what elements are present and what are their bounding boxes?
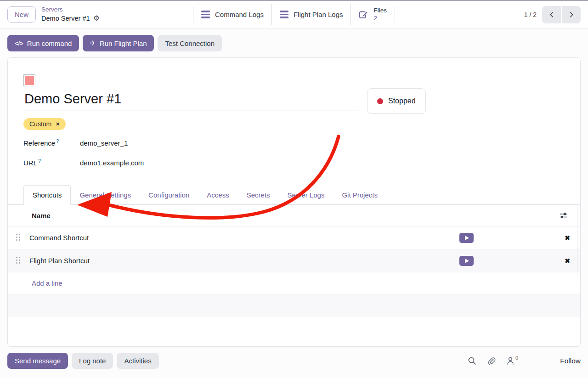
url-value[interactable]: demo1.example.com — [80, 159, 144, 167]
files-count: 2 — [373, 15, 387, 22]
record-sheet: Demo Server #1 Custom ✕ Reference? demo_… — [7, 57, 581, 347]
breadcrumb-servers[interactable]: Servers — [41, 6, 100, 14]
log-note-button[interactable]: Log note — [72, 353, 113, 369]
table-row: Flight Plan Shortcut ✖ — [8, 249, 580, 272]
stat-button-group: Command Logs Flight Plan Logs Files 2 — [193, 4, 395, 25]
shortcuts-table: Name Command Shortcut ✖ Fli — [8, 205, 580, 316]
test-connection-button[interactable]: Test Connection — [158, 35, 222, 51]
breadcrumb-current: Demo Server #1 — [41, 14, 90, 23]
tab-bar: Shortcuts General Settings Configuration… — [8, 184, 580, 205]
pager-previous-button[interactable] — [542, 6, 561, 23]
delete-row-icon[interactable]: ✖ — [564, 234, 571, 242]
help-icon: ? — [56, 138, 59, 144]
tag-custom[interactable]: Custom ✕ — [23, 118, 66, 130]
pager-counter: 1 / 2 — [524, 11, 537, 18]
action-buttons: </> Run command ✈ Run Flight Plan Test C… — [7, 35, 581, 51]
list-icon — [280, 11, 288, 18]
record-title-input[interactable]: Demo Server #1 — [23, 90, 359, 111]
search-icon — [468, 356, 476, 365]
plane-icon: ✈ — [90, 39, 96, 47]
send-message-button[interactable]: Send message — [7, 353, 68, 369]
tab-server-logs[interactable]: Server Logs — [279, 186, 334, 204]
paperclip-icon — [487, 356, 496, 365]
files-button[interactable]: Files 2 — [351, 4, 395, 24]
breadcrumb: Servers Demo Server #1 ⚙ — [41, 6, 100, 23]
table-header: Name — [8, 205, 580, 226]
optional-columns-icon[interactable] — [560, 212, 567, 220]
status-badge: Stopped — [367, 88, 426, 114]
play-icon — [465, 236, 469, 240]
empty-table-row — [8, 294, 580, 316]
person-icon — [506, 356, 515, 365]
edit-square-icon — [359, 10, 368, 19]
follower-count: 0 — [515, 355, 518, 361]
shortcut-name-cell[interactable]: Command Shortcut — [29, 234, 459, 242]
run-command-button[interactable]: </> Run command — [7, 35, 79, 51]
follow-button[interactable]: Follow — [560, 357, 581, 365]
color-swatch[interactable] — [23, 74, 35, 86]
breadcrumb-area: New Servers Demo Server #1 ⚙ — [7, 6, 193, 23]
run-shortcut-button[interactable] — [459, 256, 474, 266]
chatter-bar: Send message Log note Activities 0 Follo… — [7, 353, 581, 369]
gear-icon[interactable]: ⚙ — [93, 14, 100, 23]
control-panel: New Servers Demo Server #1 ⚙ Command Log… — [0, 1, 588, 28]
add-a-line-link[interactable]: Add a line — [32, 279, 62, 287]
field-url: URL? demo1.example.com — [23, 158, 580, 167]
tab-general-settings[interactable]: General Settings — [71, 186, 140, 204]
flight-plan-logs-button[interactable]: Flight Plan Logs — [272, 4, 351, 24]
list-icon — [201, 11, 210, 18]
reference-value[interactable]: demo_server_1 — [80, 139, 128, 147]
delete-row-icon[interactable]: ✖ — [564, 257, 571, 265]
command-logs-button[interactable]: Command Logs — [193, 4, 272, 24]
field-reference: Reference? demo_server_1 — [23, 138, 580, 147]
pager-next-button[interactable] — [562, 6, 581, 23]
reference-label: Reference — [23, 139, 55, 147]
drag-handle-icon[interactable] — [16, 257, 21, 265]
new-button[interactable]: New — [7, 6, 36, 23]
tag-remove-icon[interactable]: ✕ — [56, 121, 60, 127]
pager: 1 / 2 — [395, 6, 581, 23]
chevron-left-icon — [548, 11, 556, 19]
run-flight-plan-button[interactable]: ✈ Run Flight Plan — [83, 35, 154, 51]
url-label: URL — [23, 159, 37, 167]
drag-handle-icon[interactable] — [16, 234, 21, 242]
help-icon: ? — [38, 158, 41, 164]
notebook: Shortcuts General Settings Configuration… — [8, 184, 580, 316]
code-icon: </> — [15, 40, 23, 47]
tab-configuration[interactable]: Configuration — [140, 186, 198, 204]
attach-files-button[interactable] — [487, 356, 496, 365]
tab-shortcuts[interactable]: Shortcuts — [23, 185, 71, 205]
table-row: Command Shortcut ✖ — [8, 226, 580, 249]
status-dot-icon — [377, 98, 383, 104]
run-shortcut-button[interactable] — [459, 233, 474, 243]
shortcut-name-cell[interactable]: Flight Plan Shortcut — [29, 257, 459, 265]
tab-git-projects[interactable]: Git Projects — [333, 186, 386, 204]
column-name-header: Name — [32, 212, 51, 220]
search-messages-button[interactable] — [468, 356, 476, 365]
tab-secrets[interactable]: Secrets — [238, 186, 279, 204]
play-icon — [465, 259, 469, 263]
activities-button[interactable]: Activities — [117, 353, 158, 369]
tab-access[interactable]: Access — [198, 186, 237, 204]
followers-button[interactable]: 0 — [506, 356, 518, 365]
chevron-right-icon — [567, 11, 576, 19]
